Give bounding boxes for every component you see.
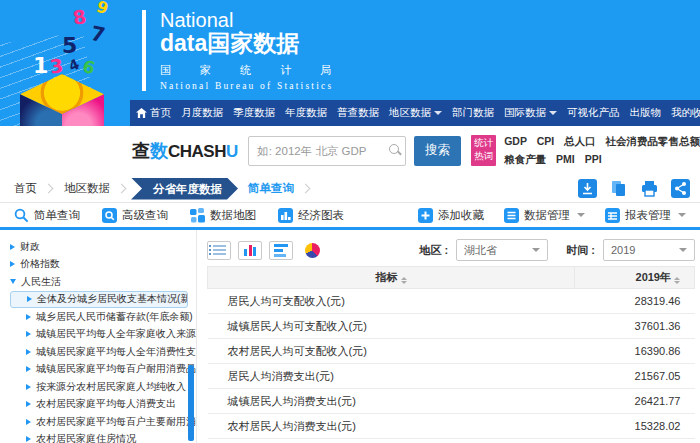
data-map-button[interactable]: 数据地图 (190, 208, 256, 223)
logo-digit: 5 (62, 33, 77, 58)
report-manage-button[interactable]: 报表管理 (605, 208, 686, 223)
copy-icon[interactable] (609, 179, 628, 198)
sidebar-item-price-index[interactable]: 价格指数 (10, 256, 196, 274)
region-select[interactable]: 湖北省 (456, 239, 548, 261)
table-manage-icon (605, 208, 620, 223)
hot-words-line1[interactable]: GDP CPI 总人口 社会消费品零售总额 (504, 133, 700, 151)
sidebar-subitem-savings[interactable]: 城乡居民人民币储蓄存款(年底余额) (10, 308, 196, 326)
breadcrumb-regional-data[interactable]: 地区数据 (64, 181, 110, 196)
year-column-header[interactable]: 2019年 (575, 267, 695, 289)
brand-subtitle-en: National Bureau of Statistics (160, 81, 344, 91)
sidebar-subitem-rural-net-income[interactable]: 按来源分农村居民家庭人均纯收入 (10, 378, 196, 396)
tool-label: 经济图表 (298, 208, 344, 223)
filters: 地区 : 湖北省 时间 : 2019 (402, 239, 695, 261)
breadcrumb-home[interactable]: 首页 (14, 181, 37, 196)
chashu-cha: 查 (132, 141, 150, 161)
indicator-cell: 居民人均消费支出(元) (208, 364, 575, 389)
caret-right-icon (26, 314, 31, 320)
nav-monthly-data[interactable]: 月度数据 (181, 106, 223, 120)
time-value: 2019 (611, 244, 635, 256)
nav-regional-data[interactable]: 地区数据 (389, 106, 442, 120)
tool-label: 数据地图 (210, 208, 256, 223)
sidebar-item-finance[interactable]: 财政 (10, 238, 196, 256)
hot-badge-line1: 统计 (471, 137, 496, 150)
chevron-down-icon (532, 248, 540, 252)
tree-label: 城乡居民人民币储蓄存款(年底余额) (36, 310, 193, 324)
plus-icon (418, 208, 433, 223)
value-cell: 15328.02 (575, 414, 695, 439)
query-toolbar: 简单查询 高级查询 数据地图 (0, 203, 700, 230)
sidebar-subitem-urban-income-source[interactable]: 城镇居民平均每人全年家庭收入来源 (10, 326, 196, 344)
economic-charts-button[interactable]: 经济图表 (278, 208, 344, 223)
sidebar-scrollbar-thumb[interactable] (188, 365, 194, 441)
sidebar-subitem-urban-consumption[interactable]: 城镇居民家庭平均每人全年消费性支出 (10, 343, 196, 361)
tool-label: 添加收藏 (438, 208, 484, 223)
indicator-tree-sidebar: 财政 价格指数 人民生活 全体及分城乡居民收支基本情况(新口径) 城乡居民人民币… (0, 230, 196, 443)
nav-publications[interactable]: 出版物 (630, 106, 662, 120)
manage-tools: 添加收藏 数据管理 报表管理 (398, 208, 686, 223)
header-label: 2019年 (636, 271, 671, 283)
indicator-cell: 城镇居民人均消费支出(元) (208, 389, 575, 414)
chevron-down-icon (577, 213, 585, 217)
nav-annual-data[interactable]: 年度数据 (285, 106, 327, 120)
nav-home[interactable]: 首页 (136, 106, 171, 120)
download-icon[interactable] (578, 179, 597, 198)
nav-my-favorites[interactable]: 我的收藏 (671, 106, 700, 120)
add-favorite-button[interactable]: 添加收藏 (418, 208, 484, 223)
tree-label: 全体及分城乡居民收支基本情况(新口径) (37, 292, 188, 306)
data-manage-button[interactable]: 数据管理 (504, 208, 585, 223)
nav-department-data[interactable]: 部门数据 (452, 106, 494, 120)
breadcrumb-simple-query[interactable]: 简单查询 (248, 181, 294, 196)
tree-label: 城镇居民平均每人全年家庭收入来源 (36, 327, 196, 341)
tool-label: 简单查询 (34, 208, 80, 223)
caret-right-icon (26, 419, 31, 425)
hot-words: GDP CPI 总人口 社会消费品零售总额 粮食产量 PMI PPI (504, 133, 700, 169)
share-icon[interactable] (671, 179, 690, 198)
pie-chart-icon[interactable] (300, 241, 324, 260)
nav-label: 首页 (150, 106, 171, 120)
horizontal-bar-icon[interactable] (269, 241, 293, 260)
hot-words-line2[interactable]: 粮食产量 PMI PPI (504, 151, 700, 169)
list-view-icon[interactable] (207, 241, 231, 260)
value-cell: 21567.05 (575, 364, 695, 389)
sidebar-subitem-urban-durables[interactable]: 城镇居民家庭平均每百户耐用消费品拥有量 (10, 361, 196, 379)
bar-chart-icon[interactable] (238, 241, 262, 260)
sidebar-subitem-rural-consumption[interactable]: 农村居民家庭平均每人消费支出 (10, 396, 196, 414)
indicator-column-header[interactable]: 指标 (208, 267, 575, 289)
simple-query-button[interactable]: 简单查询 (14, 208, 80, 223)
tree-label: 农村居民家庭平均每百户主要耐用消费品 (36, 415, 196, 429)
breadcrumb: 首页 地区数据 分省年度数据 简单查询 (0, 175, 700, 203)
logo-digit: 9 (94, 0, 110, 18)
search-input[interactable] (248, 136, 406, 166)
sidebar-subitem-income-basic[interactable]: 全体及分城乡居民收支基本情况(新口径) (10, 291, 188, 309)
value-cell: 16390.86 (575, 339, 695, 364)
nav-quarterly-data[interactable]: 季度数据 (233, 106, 275, 120)
table-row: 农村居民人均消费支出(元) 15328.02 (208, 414, 695, 439)
indicator-cell: 城镇居民人均可支配收入(元) (208, 314, 575, 339)
caret-right-icon (10, 244, 15, 250)
main-area: 财政 价格指数 人民生活 全体及分城乡居民收支基本情况(新口径) 城乡居民人民币… (0, 230, 700, 443)
breadcrumb-province-annual[interactable]: 分省年度数据 (131, 178, 238, 200)
search-button[interactable]: 搜索 (414, 136, 462, 166)
chevron-right-icon (117, 184, 127, 194)
caret-right-icon (10, 261, 15, 267)
list-manage-icon (504, 208, 519, 223)
caret-down-icon (10, 279, 16, 284)
advanced-query-button[interactable]: 高级查询 (102, 208, 168, 223)
nav-visual-products[interactable]: 可视化产品 (567, 106, 620, 120)
caret-right-icon (26, 366, 31, 372)
tree-label: 价格指数 (20, 257, 60, 271)
sidebar-item-people-life[interactable]: 人民生活 (10, 273, 196, 291)
nav-census-data[interactable]: 普查数据 (337, 106, 379, 120)
table-row: 农村居民人均可支配收入(元) 16390.86 (208, 339, 695, 364)
hot-badge-line2: 热词 (471, 150, 496, 163)
search-icon (389, 144, 399, 154)
nav-international-data[interactable]: 国际数据 (504, 106, 557, 120)
data-content: 地区 : 湖北省 时间 : 2019 指标 (196, 230, 700, 443)
table-row: 居民人均可支配收入(元) 28319.46 (208, 289, 695, 314)
sidebar-subitem-rural-housing[interactable]: 农村居民家庭住房情况 (10, 431, 196, 443)
national-data-page: 9 8 7 5 1 3 4 6 2 National data国家数据 国 家 … (0, 0, 700, 443)
print-icon[interactable] (640, 179, 659, 198)
time-select[interactable]: 2019 (603, 239, 695, 261)
sidebar-subitem-rural-durables[interactable]: 农村居民家庭平均每百户主要耐用消费品 (10, 413, 196, 431)
